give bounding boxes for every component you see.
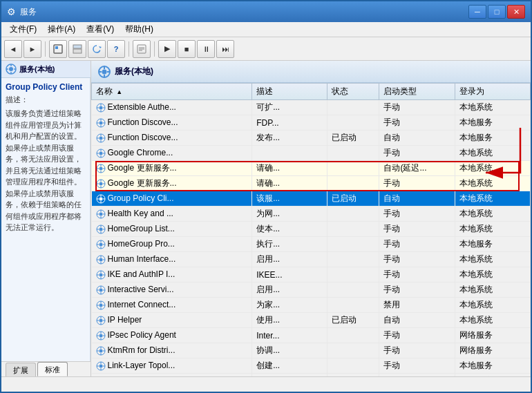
- forward-button[interactable]: ►: [23, 40, 41, 58]
- col-desc[interactable]: 描述: [252, 84, 327, 100]
- service-login: 本地系统: [455, 222, 530, 237]
- service-status: [327, 176, 379, 191]
- table-row[interactable]: HomeGroup List...使本...手动本地系统: [92, 222, 531, 237]
- row-service-icon: [96, 331, 106, 341]
- svg-point-52: [99, 182, 102, 185]
- service-startup: 手动: [379, 222, 455, 237]
- table-row[interactable]: Google 更新服务...请确...自动(延迟...本地系统: [92, 161, 531, 176]
- right-panel-header: 服务(本地): [91, 61, 531, 83]
- col-login[interactable]: 登录为: [455, 84, 530, 100]
- menu-file[interactable]: 文件(F): [4, 22, 42, 37]
- svg-point-64: [99, 212, 102, 215]
- service-login: 本地系统: [455, 146, 530, 161]
- service-name: Health Key and ...: [108, 209, 173, 218]
- close-button[interactable]: ✕: [507, 5, 525, 19]
- sort-arrow: ▲: [116, 88, 122, 95]
- menu-help[interactable]: 帮助(H): [120, 22, 159, 37]
- table-row[interactable]: IP Helper使用...已启动自动本地系统: [92, 313, 531, 328]
- service-startup: 手动: [379, 252, 455, 267]
- status-bar: [1, 376, 531, 392]
- table-row[interactable]: HomeGroup Pro...执行...手动本地服务: [92, 237, 531, 252]
- service-name: HomeGroup Pro...: [108, 239, 175, 249]
- svg-point-58: [99, 197, 102, 200]
- menu-action[interactable]: 操作(A): [42, 22, 81, 37]
- service-status: [327, 207, 379, 222]
- svg-point-100: [99, 303, 102, 307]
- menu-bar: 文件(F) 操作(A) 查看(V) 帮助(H): [1, 22, 531, 37]
- service-name: Interactive Servi...: [108, 285, 174, 294]
- row-service-icon: [96, 194, 106, 204]
- service-startup: 手动: [379, 267, 455, 282]
- start-service-button[interactable]: ▶: [158, 40, 176, 58]
- row-service-icon: [96, 133, 106, 143]
- services-list: 名称 ▲ 描述 状态 启动类型 登录为 Extensible Authe...可…: [91, 83, 531, 376]
- minimize-button[interactable]: ─: [468, 5, 486, 19]
- menu-view[interactable]: 查看(V): [81, 22, 120, 37]
- service-desc: 启用...: [252, 252, 327, 267]
- service-startup: 手动: [379, 115, 455, 131]
- restart-service-button[interactable]: ⏭: [216, 40, 234, 58]
- service-status: 已启动: [327, 313, 379, 328]
- service-name: Group Policy Cli...: [108, 193, 174, 203]
- description-panel: Group Policy Client 描述： 该服务负责通过组策略组件应用管理…: [1, 78, 91, 361]
- col-name[interactable]: 名称 ▲: [92, 84, 252, 100]
- table-row[interactable]: Function Discove...FDP...手动本地服务: [92, 115, 531, 131]
- col-startup[interactable]: 启动类型: [379, 84, 455, 100]
- service-desc: 为网...: [252, 207, 327, 222]
- tab-expand[interactable]: 扩展: [6, 363, 36, 376]
- table-row[interactable]: IKE and AuthIP I...IKEE...手动本地系统: [92, 267, 531, 282]
- table-row[interactable]: Group Policy Cli...该服...已启动自动本地系统: [92, 191, 531, 207]
- service-status: [327, 100, 379, 115]
- service-startup: 自动: [379, 191, 455, 207]
- row-service-icon: [96, 164, 106, 173]
- toolbar: ◄ ► ? ▶ ■ ⏸ ⏭: [1, 37, 531, 61]
- service-name: Google 更新服务...: [108, 163, 177, 173]
- bottom-tab-bar: 扩展 标准: [1, 361, 91, 376]
- svg-rect-1: [55, 46, 58, 49]
- service-login: 本地系统: [455, 176, 530, 191]
- service-name: IP Helper: [108, 315, 142, 325]
- service-status: [327, 282, 379, 298]
- table-row[interactable]: Human Interface...启用...手动本地系统: [92, 252, 531, 267]
- table-row[interactable]: Link-Layer Topol...创建...手动本地服务: [92, 358, 531, 374]
- tab-standard[interactable]: 标准: [37, 362, 68, 376]
- service-login: 本地系统: [455, 298, 530, 313]
- maximize-button[interactable]: □: [488, 5, 506, 19]
- service-status: [327, 115, 379, 131]
- back-button[interactable]: ◄: [4, 40, 22, 58]
- up-one-level-button[interactable]: [68, 40, 86, 58]
- table-row[interactable]: Google Chrome...手动本地系统: [92, 146, 531, 161]
- table-row[interactable]: Media Center Ex...允许...禁用本地系统: [92, 374, 531, 377]
- service-desc: 可扩...: [252, 100, 327, 115]
- svg-point-124: [99, 364, 102, 367]
- svg-rect-3: [73, 45, 82, 48]
- service-desc: FDP...: [252, 115, 327, 131]
- table-row[interactable]: IPsec Policy AgentInter...手动网络服务: [92, 328, 531, 343]
- service-login: 本地系统: [455, 374, 530, 377]
- svg-point-106: [99, 318, 102, 322]
- toolbar-separator-2: [129, 41, 129, 57]
- table-row[interactable]: Health Key and ...为网...手动本地系统: [92, 207, 531, 222]
- col-status[interactable]: 状态: [327, 84, 379, 100]
- toolbar-separator-3: [154, 41, 155, 57]
- service-desc: [252, 146, 327, 161]
- table-row[interactable]: Interactive Servi...启用...手动本地系统: [92, 282, 531, 298]
- row-service-icon: [96, 270, 106, 280]
- properties-button[interactable]: [133, 40, 151, 58]
- stop-service-button[interactable]: ■: [178, 40, 196, 58]
- refresh-button[interactable]: [88, 40, 106, 58]
- table-row[interactable]: KtmRm for Distri...协调...手动网络服务: [92, 343, 531, 358]
- table-row[interactable]: Function Discove...发布...已启动自动本地服务: [92, 131, 531, 146]
- service-status: [327, 374, 379, 377]
- service-login: 本地系统: [455, 313, 530, 328]
- pause-service-button[interactable]: ⏸: [197, 40, 215, 58]
- table-row[interactable]: Google 更新服务...请确...手动本地系统: [92, 176, 531, 191]
- service-name: HomeGroup List...: [108, 224, 175, 233]
- help-button[interactable]: ?: [107, 40, 125, 58]
- table-row[interactable]: Extensible Authe...可扩...手动本地系统: [92, 100, 531, 115]
- service-status: 已启动: [327, 191, 379, 207]
- table-row[interactable]: Internet Connect...为家...禁用本地系统: [92, 298, 531, 313]
- service-table[interactable]: 名称 ▲ 描述 状态 启动类型 登录为 Extensible Authe...可…: [91, 83, 531, 376]
- service-name: Human Interface...: [108, 254, 176, 264]
- show-scope-button[interactable]: [49, 40, 67, 58]
